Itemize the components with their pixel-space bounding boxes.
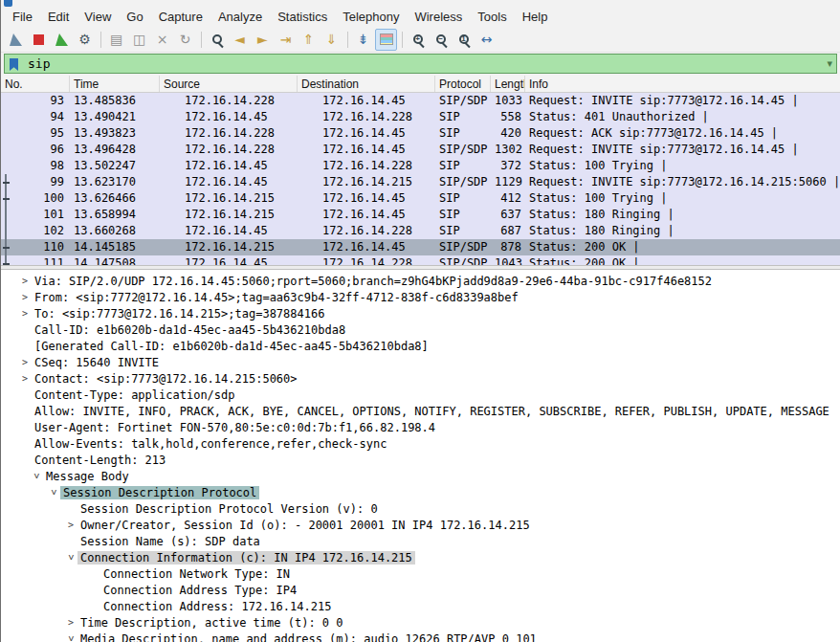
detail-text: [Generated Call-ID: e1b6020b-da1d-45ec-a… [32,340,431,353]
next-packet-icon[interactable]: ► [252,29,274,51]
detail-text: CSeq: 15640 INVITE [32,356,162,369]
column-header-source[interactable]: Source [160,76,298,92]
resize-columns-icon[interactable]: ↔ [475,29,497,51]
previous-packet-icon[interactable]: ◄ [229,29,251,51]
expander-icon[interactable]: > [18,292,32,302]
expander-icon[interactable]: > [32,470,42,483]
packet-row-95[interactable]: 9513.493823172.16.14.228172.16.14.45SIP4… [1,125,840,142]
detail-row[interactable]: >From: <sip:7772@172.16.14.45>;tag=aa63c… [1,289,840,305]
save-file-icon[interactable]: ◫ [128,29,150,51]
reload-file-icon[interactable]: ↻ [174,29,196,51]
detail-row[interactable]: Allow: INVITE, INFO, PRACK, ACK, BYE, CA… [1,403,840,419]
last-packet-icon[interactable]: ⇓ [321,29,343,51]
toolbar-separator [201,32,202,48]
menu-capture[interactable]: Capture [151,8,210,26]
filter-bar: ▾ [1,53,840,76]
colorize-icon[interactable] [375,29,397,51]
close-file-icon[interactable]: × [151,29,173,51]
expander-icon[interactable]: > [66,632,77,642]
expander-icon[interactable]: > [18,373,32,384]
cell-destination: 172.16.14.228 [298,223,435,239]
detail-row[interactable]: >CSeq: 15640 INVITE [1,354,840,370]
detail-row[interactable]: [Generated Call-ID: e1b6020b-da1d-45ec-a… [1,338,840,354]
menu-wireless[interactable]: Wireless [407,8,470,26]
detail-row[interactable]: >Message Body [1,468,840,484]
detail-row[interactable]: Call-ID: e1b6020b-da1d-45ec-aa45-5b43621… [1,321,840,338]
column-header-info[interactable]: Info [525,76,840,92]
detail-row[interactable]: >Time Description, active time (t): 0 0 [1,614,840,631]
detail-row[interactable]: Session Name (s): SDP data [1,533,840,549]
menu-go[interactable]: Go [119,8,150,26]
packet-row-98[interactable]: 9813.502247172.16.14.45172.16.14.228SIP3… [1,158,840,174]
detail-row[interactable]: Connection Network Type: IN [1,565,840,582]
expander-icon[interactable]: > [18,276,32,286]
detail-row[interactable]: >Session Description Protocol [1,484,840,500]
zoom-in-icon[interactable]: + [407,29,429,51]
cell-no: 96 [1,142,70,158]
start-capture-icon[interactable] [5,29,27,51]
detail-row[interactable]: >Connection Information (c): IN IP4 172.… [1,549,840,565]
packet-row-94[interactable]: 9413.490421172.16.14.45172.16.14.228SIP5… [1,109,840,125]
cell-source: 172.16.14.215 [160,239,298,255]
detail-row[interactable]: >Owner/Creator, Session Id (o): - 20001 … [1,517,840,533]
detail-row[interactable]: >To: <sip:7773@172.16.14.215>;tag=387884… [1,305,840,321]
packet-row-100[interactable]: 10013.626466172.16.14.215172.16.14.45SIP… [1,190,840,207]
filter-dropdown-arrow-icon[interactable]: ▾ [827,57,832,70]
expander-icon[interactable]: > [64,617,77,628]
detail-row[interactable]: Content-Type: application/sdp [1,387,840,403]
stop-capture-icon[interactable] [28,29,50,51]
detail-row[interactable]: >Media Description, name and address (m)… [1,631,840,642]
detail-row[interactable]: Connection Address: 172.16.14.215 [1,598,840,614]
menu-file[interactable]: File [5,8,40,26]
expander-icon[interactable]: > [18,357,32,367]
detail-row[interactable]: Session Description Protocol Version (v)… [1,500,840,517]
detail-row[interactable]: >Via: SIP/2.0/UDP 172.16.14.45:5060;rpor… [1,273,840,289]
menu-statistics[interactable]: Statistics [270,8,335,26]
packet-row-110[interactable]: 11014.145185172.16.14.215172.16.14.45SIP… [1,239,840,255]
zoom-out-icon[interactable]: − [430,29,452,51]
expander-icon[interactable]: > [66,551,77,565]
column-header-length[interactable]: Length [491,76,525,92]
open-file-icon[interactable]: ▤ [105,29,127,51]
cell-length: 372 [491,158,525,174]
menu-view[interactable]: View [77,8,119,26]
restart-capture-icon[interactable] [51,29,73,51]
column-header-time[interactable]: Time [70,76,160,92]
column-header-no[interactable]: No. [1,76,70,92]
menu-telephony[interactable]: Telephony [335,8,407,26]
packet-row-93[interactable]: 9313.485836172.16.14.228172.16.14.45SIP/… [1,93,840,109]
cell-destination: 172.16.14.45 [298,190,435,207]
find-packet-icon[interactable] [206,29,228,51]
capture-options-icon[interactable]: ⚙ [74,29,96,51]
menu-tools[interactable]: Tools [470,8,514,26]
detail-row[interactable]: User-Agent: Fortinet FON-570,80:5e:c0:0d… [1,419,840,435]
zoom-original-icon[interactable]: 1 [453,29,475,51]
packet-row-111[interactable]: 11114.147508172.16.14.45172.16.14.228SIP… [1,255,840,265]
column-header-destination[interactable]: Destination [298,76,435,92]
packet-row-101[interactable]: 10113.658994172.16.14.215172.16.14.45SIP… [1,207,840,223]
expander-icon[interactable]: > [18,308,32,319]
autoscroll-icon[interactable]: ⇟ [352,29,374,51]
detail-row[interactable]: >Contact: <sip:7773@172.16.14.215:5060> [1,370,840,387]
packet-row-99[interactable]: 9913.623170172.16.14.45172.16.14.215SIP/… [1,174,840,190]
packet-row-102[interactable]: 10213.660268172.16.14.45172.16.14.228SIP… [1,223,840,239]
column-header-protocol[interactable]: Protocol [435,76,491,92]
packet-row-96[interactable]: 9613.496428172.16.14.228172.16.14.45SIP/… [1,142,840,158]
menu-help[interactable]: Help [515,8,556,26]
first-packet-icon[interactable]: ⇑ [298,29,320,51]
cell-no: 95 [1,125,70,142]
detail-row[interactable]: Content-Length: 213 [1,452,840,468]
expander-icon[interactable]: > [64,520,77,530]
detail-row[interactable]: Allow-Events: talk,hold,conference,refer… [1,435,840,452]
detail-row[interactable]: Connection Address Type: IP4 [1,582,840,598]
cell-no: 102 [1,223,70,239]
menu-edit[interactable]: Edit [40,8,77,26]
goto-packet-icon[interactable]: ⇥ [275,29,297,51]
cell-no: 110 [1,239,70,255]
display-filter-input[interactable] [4,54,837,74]
expander-icon[interactable]: > [49,486,59,499]
menu-analyze[interactable]: Analyze [210,8,270,26]
detail-text: Connection Information (c): IN IP4 172.1… [77,551,415,565]
detail-text: Allow: INVITE, INFO, PRACK, ACK, BYE, CA… [32,405,832,418]
cell-protocol: SIP/SDP [435,93,491,109]
